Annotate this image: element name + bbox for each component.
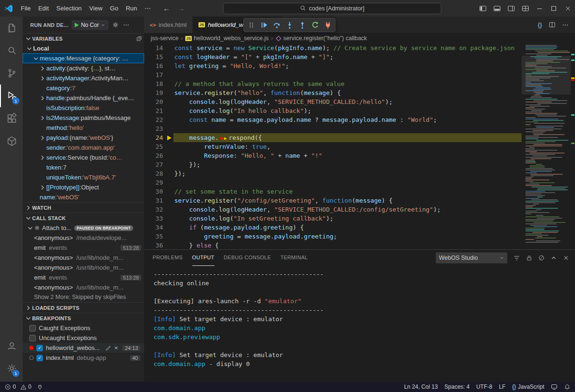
variable-row[interactable]: name: 'webOS' (23, 192, 144, 202)
menu-selection[interactable]: Selection (52, 0, 85, 17)
activity-source-control[interactable] (0, 62, 23, 85)
clear-output-icon[interactable] (538, 255, 545, 261)
variable-row[interactable]: ls2Message: palmbus/Message (23, 113, 144, 123)
code-line[interactable]: 17 (144, 70, 522, 79)
status-screen-reader[interactable] (551, 383, 558, 390)
collapse-all-icon[interactable] (136, 35, 142, 42)
line-number[interactable]: 26 (144, 151, 165, 160)
menu-edit[interactable]: Edit (34, 0, 52, 17)
call-stack-section-header[interactable]: CALL STACK (23, 213, 144, 223)
split-editor-icon[interactable] (549, 21, 556, 28)
code-editor[interactable]: 14const service = new Service(pkgInfo.na… (144, 43, 575, 249)
breakpoint-row[interactable]: Caught Exceptions (23, 323, 144, 333)
code-line[interactable]: 16let greeting = "Hello, World!"; (144, 61, 522, 70)
activity-search[interactable] (0, 39, 23, 62)
code-line[interactable]: 28}); (144, 169, 522, 178)
debug-launch-config-button[interactable]: No Cor (72, 20, 108, 30)
line-number[interactable]: 34 (144, 223, 165, 232)
panel-tab-problems[interactable]: PROBLEMS (153, 250, 183, 266)
minimize-icon[interactable] (532, 0, 547, 17)
variable-row[interactable]: sender: 'com.domain.app' (23, 143, 144, 153)
code-line[interactable]: 21 console.log("In hello callback"); (144, 106, 522, 115)
debug-plug-icon[interactable] (37, 384, 43, 390)
chevron-down-icon[interactable] (32, 55, 40, 62)
breakpoint-checkbox[interactable] (29, 325, 36, 332)
panel-tab-debug-console[interactable]: DEBUG CONSOLE (224, 250, 271, 266)
line-number[interactable]: 30 (144, 187, 165, 196)
remove-breakpoint-icon[interactable]: × (114, 344, 118, 351)
line-number[interactable]: 18 (144, 79, 165, 88)
code-line[interactable]: 29 (144, 178, 522, 187)
chevron-right-icon[interactable] (39, 94, 46, 102)
close-panel-icon[interactable] (563, 255, 569, 261)
activity-accounts[interactable] (0, 334, 23, 357)
restart-button[interactable] (309, 19, 321, 31)
line-number[interactable]: 22 (144, 115, 165, 124)
code-line[interactable]: 15const logHeader = "[" + pkgInfo.name +… (144, 52, 522, 61)
activity-extensions[interactable] (0, 107, 23, 130)
line-number[interactable]: 20 (144, 97, 165, 106)
code-line[interactable]: 26 Response: "Hello, " + name + "!" (144, 151, 522, 160)
breakpoint-row[interactable]: ✓helloworld_webos...×24:13 (23, 343, 144, 353)
line-number[interactable]: 33 (144, 214, 165, 223)
menu-[interactable]: ⋯ (141, 0, 154, 17)
output-channel-select[interactable]: WebOS Studio (436, 252, 507, 264)
minimap[interactable] (522, 43, 571, 249)
stack-frame[interactable]: <anonymous>/usr/lib/node_m... (23, 282, 144, 292)
code-line[interactable]: 18// a method that always returns the sa… (144, 79, 522, 88)
code-line[interactable]: 25 returnValue: true, (144, 142, 522, 151)
chevron-right-icon[interactable] (39, 134, 46, 142)
show-more-frames-link[interactable]: Show 2 More: Skipped by skipFiles (23, 292, 144, 302)
status-cursor-position[interactable]: Ln 24, Col 13 (404, 383, 438, 390)
menu-view[interactable]: View (86, 0, 106, 17)
activity-explorer[interactable] (0, 17, 23, 39)
variable-row[interactable]: activity: {activity: {…}, st… (23, 63, 144, 73)
step-into-button[interactable] (283, 19, 295, 31)
code-line[interactable]: 34 if (message.payload.greeting) { (144, 223, 522, 232)
variable-row[interactable]: [[Prototype]]: Object (23, 182, 144, 192)
variable-row[interactable]: activityManager: ActivityMan… (23, 73, 144, 83)
tab-index-html[interactable]: <>index.html (144, 17, 193, 33)
line-number[interactable]: 15 (144, 52, 165, 61)
variable-row[interactable]: service: Service {busId: 'co… (23, 153, 144, 162)
line-number[interactable]: 29 (144, 178, 165, 187)
variables-section-header[interactable]: VARIABLES (23, 33, 144, 43)
output-log[interactable]: ----------------------------------------… (144, 266, 575, 382)
code-line[interactable]: 27 }); (144, 160, 522, 169)
line-number[interactable]: 35 (144, 232, 165, 241)
debug-settings-gear-icon[interactable] (112, 21, 119, 28)
breakpoint-checkbox[interactable]: ✓ (36, 355, 43, 361)
breadcrumb-item[interactable]: service.register("hello") callback (275, 35, 367, 42)
braces-icon[interactable]: {} (538, 21, 542, 28)
code-line[interactable]: 33 console.log("In setGreeting callback"… (144, 214, 522, 223)
stack-frame[interactable]: emitevents513:28 (23, 243, 144, 253)
menu-go[interactable]: Go (106, 0, 122, 17)
status-indentation[interactable]: Spaces: 4 (445, 383, 470, 390)
line-number[interactable]: 23 (144, 124, 165, 133)
stack-frame[interactable]: <anonymous>/usr/lib/node_m... (23, 253, 144, 263)
stack-frame[interactable]: emitevents513:28 (23, 273, 144, 282)
stack-frame[interactable]: <anonymous>/usr/lib/node_m... (23, 263, 144, 273)
step-over-button[interactable] (271, 19, 283, 31)
breakpoint-checkbox[interactable] (29, 335, 36, 341)
status-encoding[interactable]: UTF-8 (476, 383, 492, 390)
variable-row[interactable]: message: Message {category: … (23, 53, 144, 63)
variable-row[interactable]: isSubscription: false (23, 103, 144, 113)
layout-sidebar-left-icon[interactable] (476, 0, 490, 17)
code-line[interactable]: 31service.register("/config/setGreeting"… (144, 196, 522, 205)
line-number[interactable]: 31 (144, 196, 165, 205)
activity-webos-studio[interactable] (0, 130, 23, 153)
line-number[interactable]: 16 (144, 61, 165, 70)
line-number[interactable]: 25 (144, 142, 165, 151)
variable-row[interactable]: uniqueToken: 'wTbjI6bA.7' (23, 172, 144, 182)
breakpoints-section-header[interactable]: BREAKPOINTS (23, 313, 144, 323)
panel-tab-terminal[interactable]: TERMINAL (280, 250, 308, 266)
breakpoint-checkbox[interactable]: ✓ (36, 345, 43, 351)
chevron-right-icon[interactable] (39, 75, 46, 82)
layout-sidebar-right-icon[interactable] (504, 0, 518, 17)
lock-icon[interactable] (526, 255, 532, 261)
activity-settings[interactable]: 1 (0, 357, 23, 380)
code-line[interactable]: 35 greeting = message.payload.greeting; (144, 232, 522, 241)
code-line[interactable]: 24 message.●▶respond({ (144, 133, 522, 142)
line-number[interactable]: 21 (144, 106, 165, 115)
